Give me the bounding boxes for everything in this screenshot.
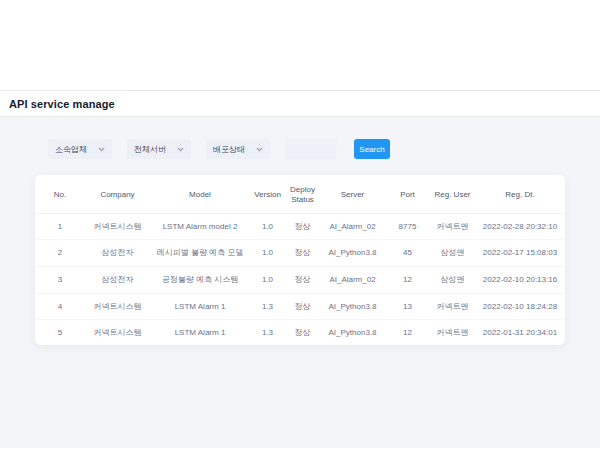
- cell-model: LSTM Alarm 1: [150, 293, 250, 320]
- cell-deploy-status: 정상: [285, 266, 320, 293]
- cell-reg-user: 삼성맨: [430, 240, 475, 267]
- cell-server: AI_Python3.8: [320, 293, 385, 320]
- cell-server: AI_Alarm_02: [320, 266, 385, 293]
- header-model: Model: [150, 177, 250, 213]
- header-reg-dt: Reg. Dt.: [475, 177, 565, 213]
- cell-reg-dt: 2022-02-10 20:13:16: [475, 266, 565, 293]
- cell-version: 1.0: [250, 213, 285, 240]
- cell-model: 공정불량 예측 시스템: [150, 266, 250, 293]
- search-button[interactable]: Search: [354, 139, 390, 159]
- cell-port: 13: [385, 293, 430, 320]
- cell-deploy-status: 정상: [285, 240, 320, 267]
- cell-no: 2: [35, 240, 85, 267]
- cell-reg-dt: 2022-02-10 18:24:28: [475, 293, 565, 320]
- cell-company: 커넥트시스템: [85, 320, 150, 346]
- cell-port: 8775: [385, 213, 430, 240]
- server-filter-label: 전체서버: [134, 144, 166, 155]
- cell-version: 1.3: [250, 293, 285, 320]
- cell-company: 커넥트시스템: [85, 293, 150, 320]
- cell-reg-user: 커넥트맨: [430, 213, 475, 240]
- header-deploy-status: Deploy Status: [285, 177, 320, 213]
- cell-no: 5: [35, 320, 85, 346]
- cell-port: 45: [385, 240, 430, 267]
- table-body: 1커넥트시스템LSTM Alarm model 21.0정상AI_Alarm_0…: [35, 213, 565, 345]
- header-port: Port: [385, 177, 430, 213]
- cell-server: AI_Alarm_02: [320, 213, 385, 240]
- cell-reg-user: 삼성맨: [430, 266, 475, 293]
- cell-deploy-status: 정상: [285, 293, 320, 320]
- filter-bar: 소속업체 전체서버 배포상태 Search: [48, 139, 390, 159]
- title-bar: API service manage: [0, 90, 600, 117]
- status-filter-select[interactable]: 배포상태: [206, 139, 270, 159]
- cell-deploy-status: 정상: [285, 213, 320, 240]
- cell-model: LSTM Alarm 1: [150, 320, 250, 346]
- cell-reg-dt: 2022-01-31 20:34:01: [475, 320, 565, 346]
- table-row: 4커넥트시스템LSTM Alarm 11.3정상AI_Python3.813커넥…: [35, 293, 565, 320]
- status-filter-label: 배포상태: [213, 144, 245, 155]
- cell-version: 1.3: [250, 320, 285, 346]
- cell-deploy-status: 정상: [285, 320, 320, 346]
- cell-model: 레시피별 불량 예측 모델: [150, 240, 250, 267]
- company-filter-select[interactable]: 소속업체: [48, 139, 112, 159]
- header-no: No.: [35, 177, 85, 213]
- header-server: Server: [320, 177, 385, 213]
- cell-version: 1.0: [250, 240, 285, 267]
- cell-company: 삼성전자: [85, 266, 150, 293]
- cell-model: LSTM Alarm model 2: [150, 213, 250, 240]
- search-input[interactable]: [285, 139, 337, 159]
- page-content: 소속업체 전체서버 배포상태 Search: [0, 117, 600, 448]
- cell-reg-user: 커넥트맨: [430, 293, 475, 320]
- table-row: 3삼성전자공정불량 예측 시스템1.0정상AI_Alarm_0212삼성맨202…: [35, 266, 565, 293]
- page-title: API service manage: [9, 98, 115, 110]
- chevron-down-icon: [256, 147, 263, 152]
- cell-no: 3: [35, 266, 85, 293]
- company-filter-label: 소속업체: [55, 144, 87, 155]
- table-header: No. Company Model Version Deploy Status …: [35, 177, 565, 213]
- header-version: Version: [250, 177, 285, 213]
- cell-no: 1: [35, 213, 85, 240]
- cell-no: 4: [35, 293, 85, 320]
- cell-port: 12: [385, 320, 430, 346]
- header-company: Company: [85, 177, 150, 213]
- table-row: 2삼성전자레시피별 불량 예측 모델1.0정상AI_Python3.845삼성맨…: [35, 240, 565, 267]
- top-spacer: [0, 0, 600, 90]
- table-row: 1커넥트시스템LSTM Alarm model 21.0정상AI_Alarm_0…: [35, 213, 565, 240]
- cell-port: 12: [385, 266, 430, 293]
- cell-reg-dt: 2022-02-17 15:08:03: [475, 240, 565, 267]
- cell-reg-dt: 2022-02-28 20:32:10: [475, 213, 565, 240]
- api-service-table: No. Company Model Version Deploy Status …: [35, 177, 565, 346]
- chevron-down-icon: [177, 147, 184, 152]
- cell-version: 1.0: [250, 266, 285, 293]
- cell-company: 커넥트시스템: [85, 213, 150, 240]
- table-row: 5커넥트시스템LSTM Alarm 11.3정상AI_Python3.812커넥…: [35, 320, 565, 346]
- cell-company: 삼성전자: [85, 240, 150, 267]
- api-table-card: No. Company Model Version Deploy Status …: [35, 175, 565, 345]
- chevron-down-icon: [98, 147, 105, 152]
- cell-server: AI_Python3.8: [320, 320, 385, 346]
- cell-server: AI_Python3.8: [320, 240, 385, 267]
- cell-reg-user: 커넥트맨: [430, 320, 475, 346]
- server-filter-select[interactable]: 전체서버: [127, 139, 191, 159]
- header-reg-user: Reg. User: [430, 177, 475, 213]
